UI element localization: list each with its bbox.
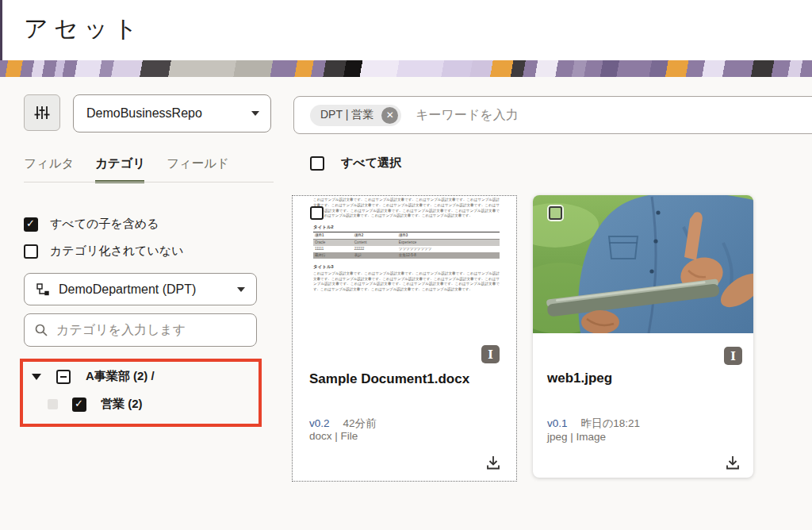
doc-table-cell: Oracle bbox=[313, 239, 353, 246]
doc-table-cell: 全角12-5-8 bbox=[397, 252, 500, 259]
chevron-down-icon bbox=[251, 111, 259, 116]
category-search-input[interactable] bbox=[56, 323, 247, 337]
doc-paragraph: これはサンプル設計文書です。これはサンプル設計文書です。これはサンプル設計文書で… bbox=[313, 271, 500, 293]
chevron-down-icon bbox=[237, 287, 245, 292]
taxonomy-dropdown-value: DemoDepartment (DPT) bbox=[59, 282, 196, 297]
asset-type-label: docx | File bbox=[309, 430, 358, 442]
version-label[interactable]: v0.1 bbox=[547, 417, 568, 429]
taxonomy-dropdown[interactable]: DemoDepartment (DPT) bbox=[24, 273, 257, 305]
select-all-checkbox[interactable]: すべて選択 bbox=[310, 156, 401, 171]
asset-select-checkbox[interactable] bbox=[549, 206, 562, 220]
doc-table-cell: 22222 bbox=[353, 246, 397, 252]
info-badge[interactable]: I bbox=[481, 345, 500, 363]
checkbox-unchecked-icon bbox=[24, 244, 38, 259]
chip-remove-icon[interactable]: ✕ bbox=[381, 107, 398, 124]
left-panel-tabs: フィルタ カテゴリ フィールド bbox=[24, 156, 274, 171]
include-children-checkbox[interactable]: すべての子を含める bbox=[24, 217, 159, 232]
keyword-search-input[interactable] bbox=[416, 108, 806, 122]
asset-search-bar: DPT | 営業 ✕ bbox=[293, 96, 812, 134]
decorative-banner bbox=[0, 60, 812, 77]
photo-thumbnail-web1 bbox=[533, 195, 753, 333]
doc-table-cell: 表記 bbox=[353, 252, 397, 259]
search-filter-chip: DPT | 営業 ✕ bbox=[310, 105, 401, 126]
doc-paragraph: これはサンプル設計文書です。これはサンプル設計文書です。これはサンプル設計文書で… bbox=[313, 198, 500, 219]
tree-child-label: 営業 (2) bbox=[101, 397, 143, 412]
include-children-label: すべての子を含める bbox=[50, 217, 159, 232]
asset-version-row: v0.1昨日の18:21 bbox=[547, 417, 640, 431]
modified-label: 42分前 bbox=[343, 417, 377, 429]
taxonomy-icon bbox=[36, 282, 49, 296]
version-label[interactable]: v0.2 bbox=[309, 417, 330, 429]
doc-heading: タイトル2 bbox=[313, 225, 500, 230]
repository-dropdown-value: DemoBusinessRepo bbox=[86, 106, 202, 121]
asset-select-checkbox[interactable] bbox=[310, 206, 324, 220]
uncategorized-label: カテゴリ化されていない bbox=[50, 244, 184, 259]
doc-table-header: 項目1 bbox=[313, 232, 353, 239]
asset-title: Sample Document1.docx bbox=[309, 371, 469, 387]
doc-table-cell: Experience bbox=[397, 239, 500, 246]
asset-card-image[interactable]: I web1.jpeg v0.1昨日の18:21 jpeg | Image bbox=[533, 195, 753, 478]
uncategorized-checkbox[interactable]: カテゴリ化されていない bbox=[24, 244, 184, 259]
checkbox-indeterminate-icon[interactable] bbox=[56, 370, 71, 384]
tree-node-child[interactable]: 営業 (2) bbox=[48, 397, 143, 412]
download-icon[interactable] bbox=[724, 454, 741, 471]
select-all-label: すべて選択 bbox=[341, 156, 401, 171]
asset-card-document[interactable]: これはサンプル設計文書です。これはサンプル設計文書です。これはサンプル設計文書で… bbox=[292, 195, 517, 482]
asset-type-label: jpeg | Image bbox=[547, 431, 606, 443]
checkbox-checked-icon bbox=[24, 217, 38, 232]
download-icon[interactable] bbox=[485, 454, 502, 471]
info-badge[interactable]: I bbox=[724, 347, 742, 365]
doc-heading: タイトル3 bbox=[313, 264, 500, 270]
category-search-field bbox=[24, 313, 257, 347]
tree-expand-icon[interactable] bbox=[32, 374, 41, 380]
sliders-icon bbox=[33, 104, 51, 121]
doc-table-cell: Content bbox=[353, 239, 397, 246]
tab-category[interactable]: カテゴリ bbox=[95, 156, 145, 172]
page-header: アセット bbox=[0, 0, 812, 60]
checkbox-checked-icon[interactable] bbox=[72, 398, 86, 412]
tab-field[interactable]: フィールド bbox=[167, 156, 229, 172]
tree-node-parent[interactable]: A事業部 (2) / bbox=[32, 369, 155, 384]
document-preview: これはサンプル設計文書です。これはサンプル設計文書です。これはサンプル設計文書で… bbox=[313, 198, 500, 347]
tabs-divider bbox=[24, 182, 274, 182]
doc-table-header: 項目2 bbox=[353, 232, 397, 239]
filter-toggle-button[interactable] bbox=[24, 94, 60, 131]
doc-table-header: 項目3 bbox=[397, 232, 500, 239]
doc-table: 項目1 項目2 項目3 Oracle Content Experience 11… bbox=[313, 232, 500, 259]
checkbox-unchecked-icon bbox=[310, 156, 324, 171]
page-title: アセット bbox=[24, 13, 144, 45]
doc-table-cell: 最終行 bbox=[313, 252, 353, 259]
tree-parent-label: A事業部 (2) / bbox=[86, 369, 155, 384]
repository-dropdown[interactable]: DemoBusinessRepo bbox=[73, 94, 271, 132]
asset-version-row: v0.242分前 bbox=[309, 417, 377, 431]
tab-filter[interactable]: フィルタ bbox=[24, 156, 74, 172]
chip-label: DPT | 営業 bbox=[320, 108, 373, 122]
tree-leaf-placeholder bbox=[48, 399, 58, 409]
doc-table-cell: 11111 bbox=[313, 246, 353, 252]
search-icon bbox=[34, 323, 48, 337]
modified-label: 昨日の18:21 bbox=[581, 417, 641, 429]
asset-title: web1.jpeg bbox=[547, 371, 612, 386]
doc-table-cell: ツツツツツツツツツ bbox=[397, 246, 500, 252]
